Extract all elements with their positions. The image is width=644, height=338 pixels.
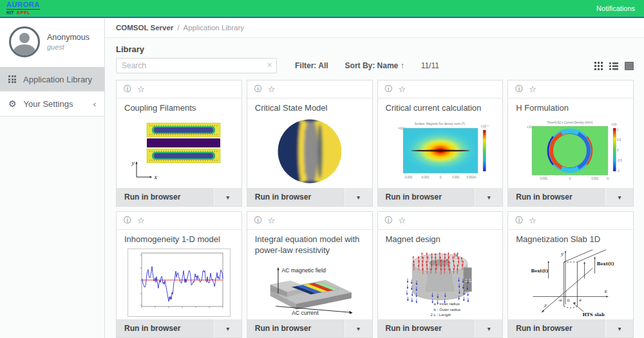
breadcrumb-root[interactable]: COMSOL Server [116,24,173,32]
gear-icon: ⚙ [8,99,17,108]
page-title: Library [116,44,634,54]
info-icon[interactable]: ⓘ [385,215,393,226]
avatar-head [19,33,30,43]
sort-label: Sort By: [345,61,375,70]
star-icon[interactable]: ☆ [268,216,276,225]
run-in-browser-button[interactable]: Run in browser [378,188,475,206]
x-tick: -0.001 [421,176,430,179]
user-panel: Anonymous guest [0,18,104,67]
caret-down-icon: ▾ [488,325,491,332]
x-tick: 0.002m [467,176,477,179]
plot-title: Surface: Magnetic flux density norm (T) [415,122,466,126]
search-input[interactable] [116,58,277,73]
application-grid: ⓘ☆ Coupling Filaments [116,80,634,338]
star-icon[interactable]: ☆ [529,216,536,225]
bar-tick: -0.5 [617,159,622,162]
app-thumbnail: Surface: Magnetic flux density norm (T) … [378,115,503,188]
run-in-browser-button[interactable]: Run in browser [117,319,214,337]
sort-control[interactable]: Sort By: Name ↑ [345,61,404,70]
app-title: Coupling Filaments [117,99,242,115]
run-options-dropdown[interactable]: ▾ [345,319,372,337]
app-thumbnail [247,115,372,188]
hts-slab-label: HTS slab [583,312,605,317]
app-title: Magnet design [378,230,503,247]
logo-epfl: EPFL [17,10,30,15]
star-icon[interactable]: ☆ [268,84,276,94]
app-title: Critical current calculation [378,99,503,115]
plot-title: Time=0.62 s Current Density (A/m²) [547,121,593,124]
legend-line: 2 L - Length [431,314,451,317]
run-in-browser-button[interactable]: Run in browser [508,188,605,206]
grid-icon [8,75,16,83]
run-split-button: Run in browser ▾ [508,319,633,337]
run-options-dropdown[interactable]: ▾ [214,188,242,206]
run-options-dropdown[interactable]: ▾ [605,319,633,337]
info-icon[interactable]: ⓘ [254,84,262,95]
axis-x-label: x [154,174,158,180]
sort-direction-icon[interactable]: ↑ [401,61,404,70]
length-label: 2 L [466,278,473,283]
info-icon[interactable]: ⓘ [385,84,393,95]
sort-value: Name [377,61,399,70]
breadcrumb: COMSOL Server / Application Library [105,18,644,38]
detail-view-icon[interactable] [625,62,634,70]
top-bar: AURORA KIT EPFL Notifications [0,0,644,18]
caret-down-icon: ▾ [226,325,229,332]
list-view-icon[interactable] [609,62,618,70]
run-options-dropdown[interactable]: ▾ [345,188,372,206]
run-options-dropdown[interactable]: ▾ [475,319,502,337]
legend-line: b - Outer radius [434,308,460,312]
run-in-browser-button[interactable]: Run in browser [378,319,475,337]
breadcrumb-current: Application Library [183,24,244,32]
chevron-left-icon[interactable]: ‹ [93,99,96,109]
logo-title: AURORA [6,1,40,8]
info-icon[interactable]: ⓘ [254,215,262,226]
bar-tick: -1 [617,169,620,173]
run-in-browser-button[interactable]: Run in browser [508,319,605,337]
field-label: AC magnetic field [281,267,326,274]
x-tick: 0 [569,177,571,180]
notifications-button[interactable]: Notifications [596,5,644,12]
grid-view-icon[interactable] [594,62,603,70]
run-options-dropdown[interactable]: ▾ [214,319,242,337]
star-icon[interactable]: ☆ [137,84,145,94]
app-thumbnail: AC magnetic field AC current [247,258,372,319]
legend-line: a - Inner radius [434,303,460,306]
sidebar: Anonymous guest Application Library ⚙ Yo… [0,18,105,338]
run-in-browser-button[interactable]: Run in browser [247,188,345,206]
sidebar-item-application-library[interactable]: Application Library [0,67,104,91]
info-icon[interactable]: ⓘ [124,84,131,95]
info-icon[interactable]: ⓘ [515,215,523,226]
app-title: Integral equation model with power-law r… [247,230,372,258]
info-icon[interactable]: ⓘ [124,215,131,226]
app-title: H Formulation [508,99,633,115]
logo-subline: KIT EPFL [6,9,40,15]
x-tick: -0.002 [404,176,413,179]
sidebar-item-label: Your Settings [24,99,73,109]
run-in-browser-button[interactable]: Run in browser [117,188,214,206]
run-split-button: Run in browser ▾ [247,319,372,337]
caret-down-icon: ▾ [357,194,360,201]
colorbar-scale: ×10⁸ [611,123,618,126]
star-icon[interactable]: ☆ [399,84,406,94]
minus-a-label: -a [558,297,562,303]
star-icon[interactable]: ☆ [529,84,536,94]
zero-label: 0 [567,299,570,304]
run-options-dropdown[interactable]: ▾ [605,188,633,206]
x-tick: -0.001 [540,177,548,180]
app-card-magnetization-slab-1d: ⓘ☆ Magnetization Slab 1D [507,211,634,338]
app-card-h-formulation: ⓘ☆ H Formulation Time=0.62 s Current Den… [507,80,634,207]
star-icon[interactable]: ☆ [399,216,406,225]
logo-kit: KIT [6,10,14,15]
star-icon[interactable]: ☆ [137,216,145,225]
bar-tick: 1 [617,128,619,131]
run-options-dropdown[interactable]: ▾ [475,188,502,206]
info-icon[interactable]: ⓘ [515,84,523,95]
run-in-browser-button[interactable]: Run in browser [247,319,345,337]
sidebar-item-your-settings[interactable]: ⚙ Your Settings ‹ [0,91,104,117]
library-controls: ✕ Filter: All Sort By: Name ↑ 11/11 [116,58,634,73]
filter-control[interactable]: Filter: All [295,61,328,70]
app-card-magnet-design: ⓘ☆ Magnet design 2 L a b a - Inner radiu… [377,211,504,338]
axis-x-label: x [604,288,607,294]
search-clear-icon[interactable]: ✕ [267,61,272,70]
